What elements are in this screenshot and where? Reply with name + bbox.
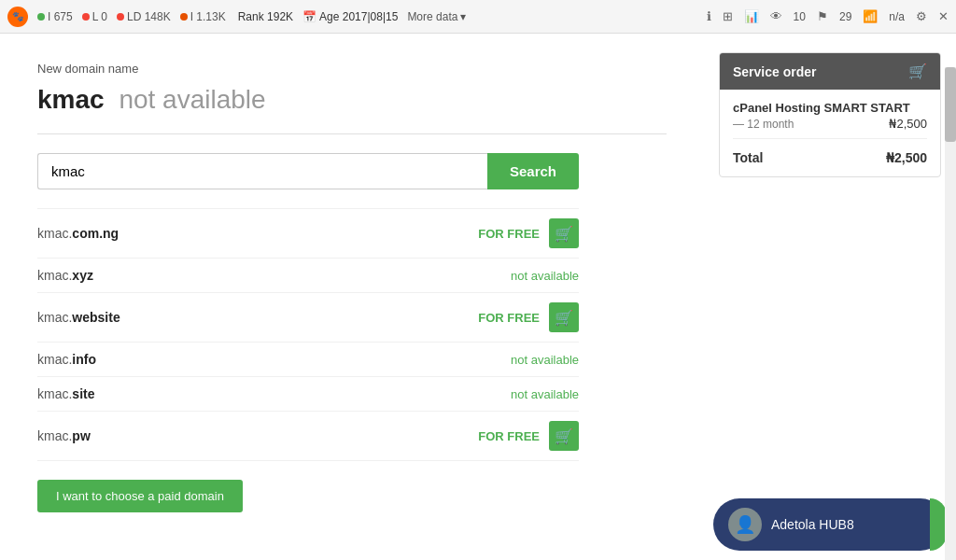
status-free-comng: FOR FREE	[478, 227, 540, 241]
stat-g: I 675	[37, 10, 73, 23]
sidebar: Service order 🛒 cPanel Hosting SMART STA…	[704, 34, 956, 560]
chat-bubble[interactable]: 👤 Adetola HUB8	[713, 498, 947, 551]
cart-button-pw[interactable]: 🛒	[549, 421, 579, 451]
stat-l: L 0	[82, 10, 107, 23]
total-price: ₦2,500	[886, 150, 927, 165]
domain-name-info: kmac.info	[37, 352, 96, 367]
tld-pw: pw	[72, 428, 90, 443]
dot-b	[180, 13, 188, 21]
domain-row: kmac.pw FOR FREE 🛒	[37, 412, 579, 461]
status-unavail-site: not available	[511, 387, 579, 401]
tld-info: info	[72, 352, 96, 367]
domain-title: kmac not available	[37, 85, 667, 115]
eye-icon[interactable]: 👁	[770, 9, 782, 23]
age-label: Age 2017|08|15	[319, 10, 398, 23]
content-area: New domain name kmac not available Searc…	[0, 34, 704, 560]
new-domain-label: New domain name	[37, 62, 667, 76]
domain-row-right-pw: FOR FREE 🛒	[478, 421, 579, 451]
signal-icon[interactable]: 📶	[863, 9, 878, 23]
toolbar-logo: 🐾	[7, 7, 28, 27]
domain-name-xyz: kmac.xyz	[37, 268, 93, 283]
calendar-icon: 📅	[302, 10, 316, 23]
service-total: Total ₦2,500	[733, 147, 927, 165]
status-free-website: FOR FREE	[478, 311, 540, 325]
dot-ld	[117, 13, 124, 21]
service-order-title: Service order	[733, 64, 817, 79]
more-data-label: More data	[407, 10, 457, 23]
domain-name-website: kmac.website	[37, 310, 120, 325]
service-order-box: Service order 🛒 cPanel Hosting SMART STA…	[719, 52, 941, 177]
status-unavail-info: not available	[511, 353, 579, 367]
dot-g	[37, 13, 45, 21]
view-count: 10	[794, 10, 806, 23]
chevron-down-icon: ▾	[460, 10, 466, 23]
domain-row-right-site: not available	[511, 387, 579, 401]
status-unavail-xyz: not available	[511, 269, 579, 283]
domain-row-right-website: FOR FREE 🛒	[478, 302, 579, 332]
service-divider	[733, 138, 927, 139]
search-input[interactable]	[37, 153, 487, 189]
flag-count: 29	[839, 10, 851, 23]
main-area: New domain name kmac not available Searc…	[0, 34, 956, 560]
tld-comng: com.ng	[72, 226, 119, 241]
rank-label: Rank 192K	[238, 10, 293, 23]
cart-button-comng[interactable]: 🛒	[549, 218, 579, 248]
domain-results: kmac.com.ng FOR FREE 🛒 kmac.xyz not avai…	[37, 208, 579, 461]
more-data-btn[interactable]: More data ▾	[407, 10, 466, 23]
paid-domain-button[interactable]: I want to choose a paid domain	[37, 480, 243, 512]
toolbar-rank: Rank 192K	[235, 10, 293, 23]
stat-ld: LD 148K	[117, 10, 171, 23]
domain-row: kmac.xyz not available	[37, 259, 579, 293]
domain-row: kmac.info not available	[37, 343, 579, 377]
domain-row: kmac.site not available	[37, 377, 579, 412]
domain-name-pw: kmac.pw	[37, 428, 91, 443]
tld-xyz: xyz	[72, 268, 93, 283]
service-order-header: Service order 🛒	[720, 53, 940, 90]
domain-row: kmac.com.ng FOR FREE 🛒	[37, 208, 579, 259]
domain-name: kmac	[37, 85, 105, 114]
stat-ld-label: LD 148K	[127, 10, 171, 23]
chat-avatar: 👤	[728, 508, 762, 541]
search-button[interactable]: Search	[487, 153, 579, 189]
search-area: Search	[37, 153, 579, 189]
divider	[37, 133, 667, 134]
stat-b-label: I 1.13K	[190, 10, 226, 23]
item-price: ₦2,500	[889, 117, 927, 131]
signal-val: n/a	[889, 10, 905, 23]
status-free-pw: FOR FREE	[478, 429, 540, 443]
settings-icon[interactable]: ⚙	[916, 9, 927, 23]
chart-icon[interactable]: 📊	[744, 9, 759, 23]
close-icon[interactable]: ✕	[938, 9, 949, 23]
tld-website: website	[72, 310, 120, 325]
toolbar: 🐾 I 675 L 0 LD 148K I 1.13K Rank 192K 📅 …	[0, 0, 956, 34]
tld-site: site	[72, 386, 94, 401]
stat-b: I 1.13K	[180, 10, 226, 23]
domain-status: not available	[119, 85, 265, 114]
domain-name-site: kmac.site	[37, 386, 94, 401]
info-icon[interactable]: ℹ	[707, 9, 711, 23]
scrollbar[interactable]	[945, 67, 956, 560]
domain-row-right-xyz: not available	[511, 269, 579, 283]
total-label: Total	[733, 150, 763, 165]
flag-icon[interactable]: ⚑	[817, 9, 828, 23]
grid-icon[interactable]: ⊞	[723, 9, 733, 23]
domain-name-comng: kmac.com.ng	[37, 226, 119, 241]
cart-icon: 🛒	[908, 63, 927, 80]
scrollbar-thumb[interactable]	[945, 67, 956, 142]
stat-l-label: L 0	[92, 10, 107, 23]
domain-row-right-info: not available	[511, 353, 579, 367]
duration-label: — 12 month	[733, 118, 794, 131]
service-order-body: cPanel Hosting SMART START — 12 month ₦2…	[720, 90, 940, 176]
dot-l	[82, 13, 90, 21]
service-item-name: cPanel Hosting SMART START	[733, 101, 927, 115]
cart-button-website[interactable]: 🛒	[549, 302, 579, 332]
toolbar-icons: ℹ ⊞ 📊 👁 10 ⚑ 29 📶 n/a ⚙ ✕	[707, 9, 949, 23]
domain-row: kmac.website FOR FREE 🛒	[37, 293, 579, 343]
toolbar-age: 📅 Age 2017|08|15	[302, 10, 398, 23]
chat-user: Adetola HUB8	[771, 517, 854, 532]
domain-row-right-comng: FOR FREE 🛒	[478, 218, 579, 248]
service-item-duration: — 12 month ₦2,500	[733, 117, 927, 131]
stat-g-label: I 675	[48, 10, 73, 23]
